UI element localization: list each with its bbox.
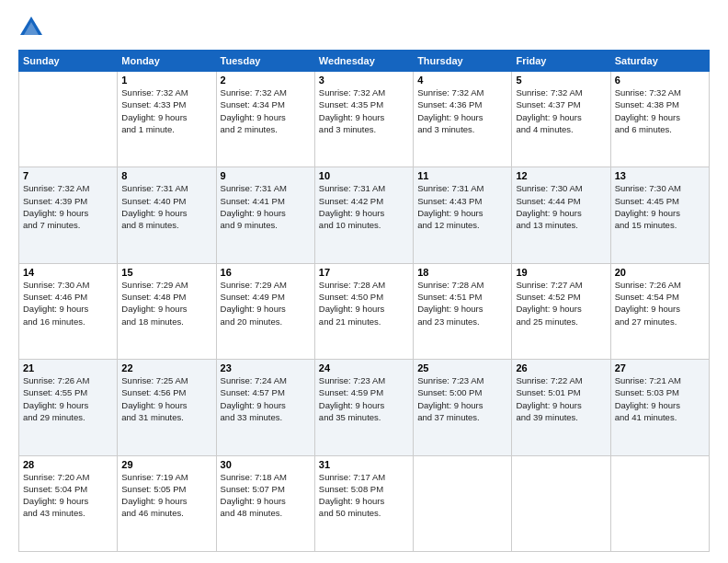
day-number: 17 — [319, 267, 409, 278]
day-info: Sunrise: 7:24 AM Sunset: 4:57 PM Dayligh… — [221, 374, 311, 423]
day-info: Sunrise: 7:22 AM Sunset: 5:01 PM Dayligh… — [516, 374, 606, 423]
day-number: 6 — [615, 75, 705, 86]
day-info: Sunrise: 7:31 AM Sunset: 4:41 PM Dayligh… — [221, 182, 311, 231]
day-info: Sunrise: 7:25 AM Sunset: 4:56 PM Dayligh… — [121, 374, 211, 423]
day-number: 12 — [516, 170, 606, 181]
day-info: Sunrise: 7:26 AM Sunset: 4:55 PM Dayligh… — [23, 374, 113, 423]
day-number: 5 — [516, 75, 606, 86]
day-cell: 8Sunrise: 7:31 AM Sunset: 4:40 PM Daylig… — [118, 167, 216, 263]
day-cell: 13Sunrise: 7:30 AM Sunset: 4:45 PM Dayli… — [610, 167, 709, 263]
calendar-header: Sunday Monday Tuesday Wednesday Thursday… — [19, 51, 710, 72]
day-cell: 19Sunrise: 7:27 AM Sunset: 4:52 PM Dayli… — [512, 263, 610, 359]
day-number: 31 — [319, 459, 409, 470]
day-number: 4 — [417, 75, 507, 86]
day-number: 25 — [417, 362, 507, 373]
day-cell: 24Sunrise: 7:23 AM Sunset: 4:59 PM Dayli… — [314, 360, 413, 455]
day-info: Sunrise: 7:31 AM Sunset: 4:42 PM Dayligh… — [319, 182, 409, 231]
day-info: Sunrise: 7:32 AM Sunset: 4:37 PM Dayligh… — [516, 86, 606, 135]
day-number: 26 — [516, 362, 606, 373]
day-number: 11 — [417, 170, 507, 181]
day-cell: 1Sunrise: 7:32 AM Sunset: 4:33 PM Daylig… — [118, 72, 216, 167]
day-cell: 15Sunrise: 7:29 AM Sunset: 4:48 PM Dayli… — [118, 263, 216, 359]
day-cell: 27Sunrise: 7:21 AM Sunset: 5:03 PM Dayli… — [610, 360, 709, 455]
day-cell: 14Sunrise: 7:30 AM Sunset: 4:46 PM Dayli… — [19, 263, 118, 359]
day-number: 9 — [221, 170, 311, 181]
day-info: Sunrise: 7:20 AM Sunset: 5:04 PM Dayligh… — [23, 471, 113, 520]
day-number: 14 — [23, 267, 113, 278]
day-cell: 4Sunrise: 7:32 AM Sunset: 4:36 PM Daylig… — [414, 72, 512, 167]
day-number: 22 — [121, 362, 211, 373]
day-number: 30 — [221, 459, 311, 470]
day-info: Sunrise: 7:32 AM Sunset: 4:36 PM Dayligh… — [417, 86, 507, 135]
header-row: Sunday Monday Tuesday Wednesday Thursday… — [19, 51, 710, 72]
day-cell: 25Sunrise: 7:23 AM Sunset: 5:00 PM Dayli… — [414, 360, 512, 455]
col-wednesday: Wednesday — [314, 51, 413, 72]
week-row-4: 21Sunrise: 7:26 AM Sunset: 4:55 PM Dayli… — [19, 360, 710, 455]
day-cell: 6Sunrise: 7:32 AM Sunset: 4:38 PM Daylig… — [610, 72, 709, 167]
day-info: Sunrise: 7:32 AM Sunset: 4:34 PM Dayligh… — [221, 86, 311, 135]
day-number: 23 — [221, 362, 311, 373]
day-cell: 23Sunrise: 7:24 AM Sunset: 4:57 PM Dayli… — [216, 360, 314, 455]
day-cell: 18Sunrise: 7:28 AM Sunset: 4:51 PM Dayli… — [414, 263, 512, 359]
day-cell: 20Sunrise: 7:26 AM Sunset: 4:54 PM Dayli… — [610, 263, 709, 359]
day-info: Sunrise: 7:28 AM Sunset: 4:50 PM Dayligh… — [319, 279, 409, 327]
day-number: 24 — [319, 362, 409, 373]
day-number: 3 — [319, 75, 409, 86]
day-number: 8 — [121, 170, 211, 181]
day-cell: 26Sunrise: 7:22 AM Sunset: 5:01 PM Dayli… — [512, 360, 610, 455]
day-number: 18 — [417, 267, 507, 278]
col-saturday: Saturday — [610, 51, 709, 72]
day-cell — [610, 455, 709, 551]
col-thursday: Thursday — [414, 51, 512, 72]
day-info: Sunrise: 7:32 AM Sunset: 4:38 PM Dayligh… — [615, 86, 705, 135]
day-number: 2 — [221, 75, 311, 86]
day-info: Sunrise: 7:32 AM Sunset: 4:39 PM Dayligh… — [23, 182, 113, 231]
col-monday: Monday — [118, 51, 216, 72]
day-cell: 17Sunrise: 7:28 AM Sunset: 4:50 PM Dayli… — [314, 263, 413, 359]
day-info: Sunrise: 7:26 AM Sunset: 4:54 PM Dayligh… — [615, 279, 705, 327]
day-cell — [414, 455, 512, 551]
day-cell: 21Sunrise: 7:26 AM Sunset: 4:55 PM Dayli… — [19, 360, 118, 455]
day-cell: 31Sunrise: 7:17 AM Sunset: 5:08 PM Dayli… — [314, 455, 413, 551]
day-cell: 30Sunrise: 7:18 AM Sunset: 5:07 PM Dayli… — [216, 455, 314, 551]
day-info: Sunrise: 7:29 AM Sunset: 4:48 PM Dayligh… — [121, 279, 211, 327]
day-cell: 9Sunrise: 7:31 AM Sunset: 4:41 PM Daylig… — [216, 167, 314, 263]
day-cell: 3Sunrise: 7:32 AM Sunset: 4:35 PM Daylig… — [314, 72, 413, 167]
day-cell: 5Sunrise: 7:32 AM Sunset: 4:37 PM Daylig… — [512, 72, 610, 167]
day-info: Sunrise: 7:21 AM Sunset: 5:03 PM Dayligh… — [615, 374, 705, 423]
page: Sunday Monday Tuesday Wednesday Thursday… — [0, 0, 728, 563]
week-row-3: 14Sunrise: 7:30 AM Sunset: 4:46 PM Dayli… — [19, 263, 710, 359]
day-number: 29 — [121, 459, 211, 470]
week-row-1: 1Sunrise: 7:32 AM Sunset: 4:33 PM Daylig… — [19, 72, 710, 167]
day-info: Sunrise: 7:29 AM Sunset: 4:49 PM Dayligh… — [221, 279, 311, 327]
day-cell: 11Sunrise: 7:31 AM Sunset: 4:43 PM Dayli… — [414, 167, 512, 263]
day-info: Sunrise: 7:19 AM Sunset: 5:05 PM Dayligh… — [121, 471, 211, 520]
calendar-body: 1Sunrise: 7:32 AM Sunset: 4:33 PM Daylig… — [19, 72, 710, 552]
day-info: Sunrise: 7:30 AM Sunset: 4:44 PM Dayligh… — [516, 182, 606, 231]
day-info: Sunrise: 7:28 AM Sunset: 4:51 PM Dayligh… — [417, 279, 507, 327]
day-cell: 28Sunrise: 7:20 AM Sunset: 5:04 PM Dayli… — [19, 455, 118, 551]
day-info: Sunrise: 7:31 AM Sunset: 4:43 PM Dayligh… — [417, 182, 507, 231]
day-cell: 2Sunrise: 7:32 AM Sunset: 4:34 PM Daylig… — [216, 72, 314, 167]
day-info: Sunrise: 7:32 AM Sunset: 4:35 PM Dayligh… — [319, 86, 409, 135]
day-info: Sunrise: 7:27 AM Sunset: 4:52 PM Dayligh… — [516, 279, 606, 327]
logo-icon — [18, 15, 44, 40]
day-cell: 16Sunrise: 7:29 AM Sunset: 4:49 PM Dayli… — [216, 263, 314, 359]
col-tuesday: Tuesday — [216, 51, 314, 72]
day-number: 1 — [121, 75, 211, 86]
day-info: Sunrise: 7:31 AM Sunset: 4:40 PM Dayligh… — [121, 182, 211, 231]
col-friday: Friday — [512, 51, 610, 72]
day-cell — [512, 455, 610, 551]
logo — [18, 15, 48, 40]
day-number: 21 — [23, 362, 113, 373]
day-number: 10 — [319, 170, 409, 181]
day-number: 15 — [121, 267, 211, 278]
day-info: Sunrise: 7:23 AM Sunset: 5:00 PM Dayligh… — [417, 374, 507, 423]
day-number: 19 — [516, 267, 606, 278]
day-cell: 7Sunrise: 7:32 AM Sunset: 4:39 PM Daylig… — [19, 167, 118, 263]
day-cell — [19, 72, 118, 167]
week-row-5: 28Sunrise: 7:20 AM Sunset: 5:04 PM Dayli… — [19, 455, 710, 551]
day-info: Sunrise: 7:30 AM Sunset: 4:46 PM Dayligh… — [23, 279, 113, 327]
day-info: Sunrise: 7:18 AM Sunset: 5:07 PM Dayligh… — [221, 471, 311, 520]
day-number: 7 — [23, 170, 113, 181]
